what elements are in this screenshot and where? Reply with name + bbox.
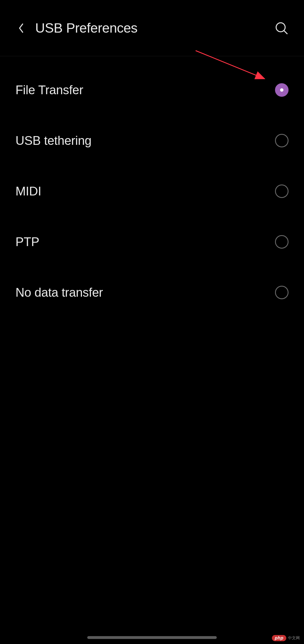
navigation-handle[interactable] [87, 636, 217, 639]
option-usb-tethering[interactable]: USB tethering [0, 115, 304, 166]
svg-line-1 [284, 31, 287, 34]
search-icon [275, 21, 288, 35]
option-label: PTP [15, 235, 39, 249]
radio-unselected[interactable] [275, 134, 289, 147]
option-label: USB tethering [15, 134, 91, 148]
radio-unselected[interactable] [275, 184, 289, 198]
option-no-data-transfer[interactable]: No data transfer [0, 267, 304, 318]
search-button[interactable] [274, 21, 289, 35]
watermark-text: 中文网 [288, 636, 300, 641]
chevron-left-icon [18, 23, 24, 33]
header-bar: USB Preferences [0, 0, 304, 56]
radio-unselected[interactable] [275, 235, 289, 249]
page-title: USB Preferences [35, 20, 137, 36]
back-button[interactable] [15, 22, 27, 34]
option-ptp[interactable]: PTP [0, 217, 304, 267]
option-file-transfer[interactable]: File Transfer [0, 65, 304, 115]
options-list: File Transfer USB tethering MIDI PTP No … [0, 56, 304, 318]
option-label: MIDI [15, 184, 41, 198]
watermark-badge: php [272, 635, 286, 641]
option-label: File Transfer [15, 83, 83, 97]
watermark: php 中文网 [272, 635, 300, 641]
radio-unselected[interactable] [275, 286, 289, 299]
radio-selected[interactable] [275, 83, 289, 97]
option-midi[interactable]: MIDI [0, 166, 304, 217]
option-label: No data transfer [15, 285, 103, 300]
